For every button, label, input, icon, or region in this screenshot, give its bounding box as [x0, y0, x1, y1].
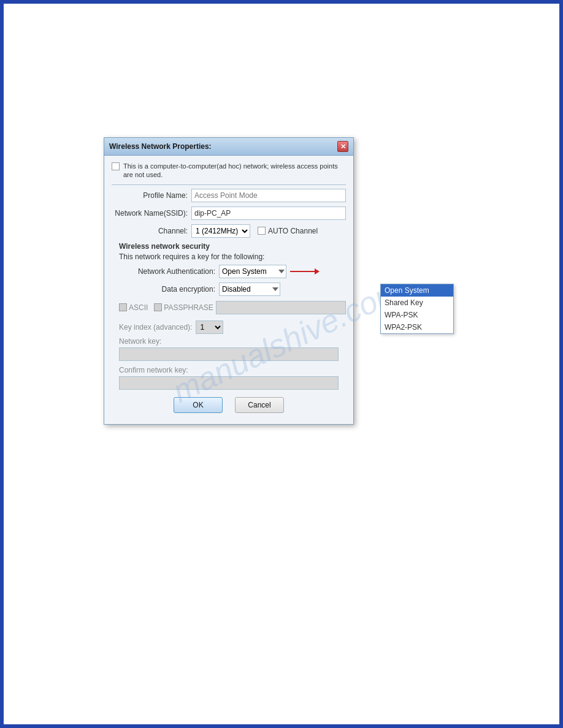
profile-name-input[interactable]	[191, 189, 346, 202]
ascii-checkbox[interactable]	[119, 303, 127, 311]
adhoc-row: This is a computer-to-computer(ad hoc) n…	[112, 162, 346, 180]
adhoc-label: This is a computer-to-computer(ad hoc) n…	[123, 162, 346, 180]
encrypt-dropdown-wrapper: Disabled WEP TKIP AES	[219, 282, 280, 296]
passphrase-input[interactable]	[216, 301, 346, 314]
ascii-checkbox-group: ASCII	[119, 303, 148, 312]
passphrase-checkbox[interactable]	[154, 303, 162, 311]
channel-row: Channel: 1 (2412MHz) AUTO Channel	[112, 224, 346, 238]
auth-select[interactable]: Open System Shared Key WPA-PSK WPA2-PSK	[219, 265, 286, 278]
key-index-label: Key index (advanced):	[119, 323, 192, 332]
network-key-input[interactable]	[119, 347, 339, 361]
arrow-connector	[290, 271, 321, 272]
encrypt-label: Data encryption:	[112, 285, 219, 294]
key-index-dropdown-wrapper: 1 2 3 4	[196, 320, 223, 334]
passphrase-label: PASSPHRASE	[164, 303, 213, 312]
page: manualshive.com Wireless Network Propert…	[4, 4, 559, 724]
auth-row: Network Authentication: Open System Shar…	[112, 265, 346, 278]
confirm-key-input[interactable]	[119, 376, 339, 390]
dialog-title: Wireless Network Properties:	[109, 142, 212, 151]
channel-select[interactable]: 1 (2412MHz)	[191, 224, 250, 238]
key-index-select[interactable]: 1 2 3 4	[196, 320, 223, 334]
network-key-label: Network key:	[112, 337, 346, 346]
profile-name-row: Profile Name:	[112, 189, 346, 202]
ascii-label: ASCII	[129, 303, 148, 312]
arrow-head	[315, 268, 320, 275]
auto-channel-checkbox[interactable]	[258, 227, 266, 235]
channel-dropdown-wrapper: 1 (2412MHz)	[191, 224, 254, 238]
arrow-line	[290, 271, 315, 272]
dropdown-item-open-system[interactable]: Open System	[381, 284, 453, 297]
key-index-row: Key index (advanced): 1 2 3 4	[112, 320, 346, 334]
channel-label: Channel:	[112, 227, 191, 235]
auth-dropdown-wrapper: Open System Shared Key WPA-PSK WPA2-PSK	[219, 265, 286, 278]
encrypt-row: Data encryption: Disabled WEP TKIP AES	[112, 282, 346, 296]
dialog-titlebar: Wireless Network Properties: ✕	[104, 138, 353, 156]
security-heading: Wireless network security	[112, 242, 346, 251]
divider-1	[112, 184, 346, 185]
network-name-label: Network Name(SSID):	[112, 209, 191, 218]
dropdown-item-shared-key[interactable]: Shared Key	[381, 297, 453, 309]
close-button[interactable]: ✕	[337, 141, 348, 152]
cancel-button[interactable]: Cancel	[235, 397, 284, 413]
dropdown-item-wpa2-psk[interactable]: WPA2-PSK	[381, 321, 453, 333]
network-name-row: Network Name(SSID):	[112, 207, 346, 220]
passphrase-checkbox-group: PASSPHRASE	[154, 303, 213, 312]
profile-name-label: Profile Name:	[112, 191, 191, 200]
security-subheading: This network requires a key for the foll…	[112, 252, 346, 261]
auth-dropdown-popup: Open System Shared Key WPA-PSK WPA2-PSK	[380, 284, 454, 334]
auth-label: Network Authentication:	[112, 267, 219, 276]
adhoc-checkbox[interactable]	[112, 162, 120, 170]
dialog-body: This is a computer-to-computer(ad hoc) n…	[104, 156, 353, 424]
dialog-window: Wireless Network Properties: ✕ This is a…	[104, 137, 354, 425]
auto-channel-label: AUTO Channel	[268, 227, 318, 235]
encrypt-select[interactable]: Disabled WEP TKIP AES	[219, 282, 280, 296]
passphrase-row: ASCII PASSPHRASE	[112, 301, 346, 314]
dropdown-item-wpa-psk[interactable]: WPA-PSK	[381, 309, 453, 321]
confirm-key-label: Confirm network key:	[112, 366, 346, 374]
network-name-input[interactable]	[191, 207, 346, 220]
button-row: OK Cancel	[112, 397, 346, 418]
ok-button[interactable]: OK	[174, 397, 223, 413]
